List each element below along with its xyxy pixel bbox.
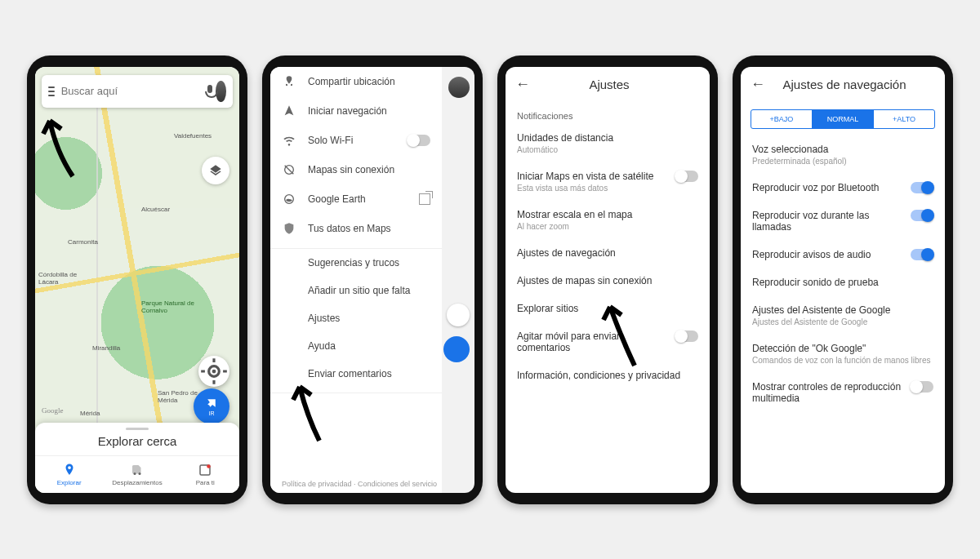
setting-test-sound[interactable]: Reproducir sonido de prueba [741,268,945,296]
setting-title: Ajustes de navegación [517,247,698,259]
directions-button[interactable]: IR [194,388,229,424]
layers-icon [209,164,222,177]
app-bar: ← Ajustes de navegación [741,67,945,103]
drawer-item-settings[interactable]: Ajustes [270,304,442,332]
map-poi-label: Córdobilla de Lácara [38,271,87,286]
drawer-item-feedback[interactable]: Enviar comentarios [270,360,442,388]
drawer-label: Ajustes [308,313,340,324]
audio-alerts-toggle[interactable] [911,249,933,260]
nav-label: Desplazamientos [112,479,162,486]
media-controls-toggle[interactable] [911,381,933,393]
setting-ok-google[interactable]: Detección de "Ok Google"Comandos de voz … [741,335,945,373]
drawer-label: Sugerencias y trucos [308,257,399,268]
setting-title: Reproducir sonido de prueba [752,277,933,288]
search-bar[interactable] [42,75,233,108]
map-poi-label: Mérida [80,410,100,417]
drawer-item-help[interactable]: Ayuda [270,332,442,360]
phone-frame-2: Compartir ubicación Iniciar navegación S… [262,55,483,504]
privacy-link[interactable]: Política de privacidad [282,480,352,488]
setting-voice-during-calls[interactable]: Reproducir voz durante las llamadas [741,202,945,241]
drawer-label: Mapas sin conexión [308,164,394,175]
nav-parati[interactable]: Para ti [172,456,239,493]
open-external-icon [419,193,430,205]
drawer-label: Tus datos en Maps [308,223,391,234]
phone-frame-4: ← Ajustes de navegación +BAJO NORMAL +AL… [733,55,953,504]
search-input[interactable] [61,85,198,97]
bt-voice-toggle[interactable] [911,182,933,193]
nav-explorar[interactable]: Explorar [35,456,103,493]
shake-toggle[interactable] [675,331,698,342]
setting-explore-places[interactable]: Explorar sitios [506,295,710,322]
nav-desplazamientos[interactable]: Desplazamientos [103,456,171,493]
page-title: Ajustes de navegación [777,78,912,91]
mic-icon[interactable] [205,85,210,98]
drawer-item-offline-maps[interactable]: Mapas sin conexión [270,155,442,184]
drawer-item-add-place[interactable]: Añadir un sitio que falta [270,277,442,304]
setting-title: Detección de "Ok Google" [752,343,933,354]
calls-voice-toggle[interactable] [911,210,933,221]
nav-icon [282,104,296,118]
back-button[interactable]: ← [515,76,530,93]
drawer-item-wifi-only[interactable]: Solo Wi-Fi [270,126,442,155]
commute-icon [130,463,145,477]
setting-offline-map-settings[interactable]: Ajustes de mapas sin conexión [506,267,710,295]
volume-segmented-control: +BAJO NORMAL +ALTO [751,109,935,129]
drag-handle[interactable] [126,428,149,430]
setting-bt-voice[interactable]: Reproducir voz por Bluetooth [741,174,945,202]
setting-assistant[interactable]: Ajustes del Asistente de GoogleAjustes d… [741,296,945,335]
drawer-item-start-nav[interactable]: Iniciar navegación [270,96,442,126]
drawer-label: Añadir un sitio que falta [308,285,410,296]
seg-normal[interactable]: NORMAL [812,110,873,128]
setting-show-scale[interactable]: Mostrar escala en el mapaAl hacer zoom [506,201,710,239]
earth-icon [282,193,296,206]
setting-sub: Ajustes del Asistente de Google [752,317,933,326]
terms-link[interactable]: Condiciones del servicio [358,480,437,488]
app-bar: ← Ajustes [506,67,710,103]
map-poi-label: Parque Natural de Cornalvo [141,299,207,314]
avatar[interactable] [448,77,470,98]
pin-icon [62,463,77,477]
my-location-button[interactable] [198,356,229,387]
menu-icon[interactable] [48,87,55,96]
explore-title: Explorar cerca [98,434,177,448]
drawer-label: Google Earth [308,193,366,205]
back-button[interactable]: ← [751,76,765,93]
screen-nav-settings: ← Ajustes de navegación +BAJO NORMAL +AL… [741,67,945,493]
setting-shake-feedback[interactable]: Agitar móvil para enviar comentarios [506,322,710,362]
setting-satellite-start[interactable]: Iniciar Maps en vista de satéliteEsta vi… [506,162,710,201]
seg-higher[interactable]: +ALTO [873,110,934,128]
setting-title: Información, condiciones y privacidad [517,370,698,381]
satellite-toggle[interactable] [675,171,698,182]
setting-info-terms[interactable]: Información, condiciones y privacidad [506,362,710,389]
drawer-item-google-earth[interactable]: Google Earth [270,184,442,214]
drawer-item-tips[interactable]: Sugerencias y trucos [270,249,442,277]
offline-icon [282,163,296,176]
setting-voice-selected[interactable]: Voz seleccionadaPredeterminada (español) [741,135,945,174]
drawer-label: Compartir ubicación [308,76,395,87]
drawer-item-share-location[interactable]: Compartir ubicación [270,67,442,96]
setting-title: Reproducir avisos de audio [752,249,904,260]
nav-label: Para ti [196,479,215,486]
shield-icon [282,222,296,235]
svg-point-2 [133,472,136,475]
layers-button[interactable] [202,157,229,184]
phone-frame-1: Valdefuentes Alcuéscar Carmonita Córdobi… [27,55,247,504]
setting-title: Voz seleccionada [752,144,933,155]
my-location-button[interactable] [447,304,470,326]
directions-button[interactable] [443,336,470,362]
wifi-only-toggle[interactable] [408,135,430,146]
setting-media-controls[interactable]: Mostrar controles de reproducción multim… [741,373,945,412]
setting-audio-alerts[interactable]: Reproducir avisos de audio [741,241,945,268]
setting-navigation-settings[interactable]: Ajustes de navegación [506,239,710,267]
drawer-label: Solo Wi-Fi [308,135,353,146]
setting-sub: Automático [517,145,698,154]
wifi-icon [282,134,296,147]
drawer-item-your-data[interactable]: Tus datos en Maps [270,214,442,243]
for-you-icon [198,463,212,477]
navigation-drawer: Compartir ubicación Iniciar navegación S… [270,67,442,493]
setting-distance-units[interactable]: Unidades de distanciaAutomático [506,124,710,162]
setting-title: Mostrar controles de reproducción multim… [752,381,904,404]
location-icon [198,356,229,387]
setting-sub: Comandos de voz con la función de manos … [752,356,933,365]
seg-lower[interactable]: +BAJO [751,110,812,128]
